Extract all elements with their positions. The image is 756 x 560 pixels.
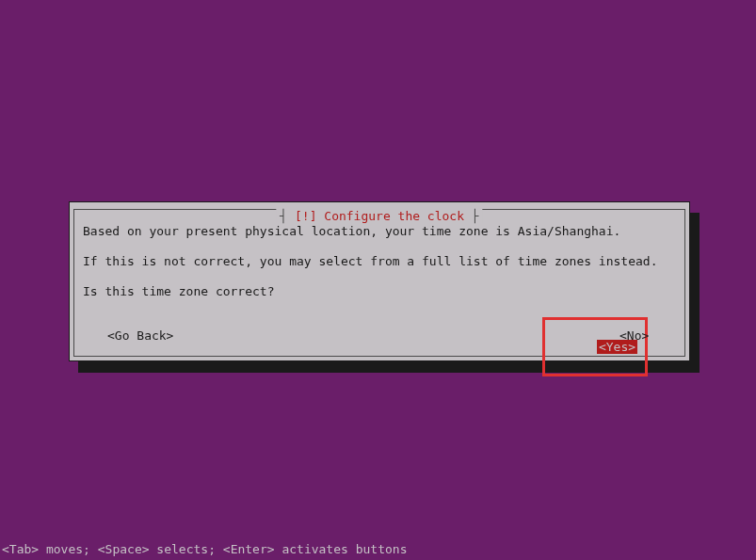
dialog-content: Based on your present physical location,… (83, 223, 676, 314)
go-back-button[interactable]: <Go Back> (107, 328, 173, 343)
content-line-2: If this is not correct, you may select f… (83, 253, 676, 270)
footer-hint: <Tab> moves; <Space> selects; <Enter> ac… (2, 542, 407, 556)
content-line-1: Based on your present physical location,… (83, 223, 676, 240)
dialog-title: ┤ [!] Configure the clock ├ (276, 209, 482, 223)
dialog-title-text: [!] Configure the clock (295, 209, 464, 223)
configure-clock-dialog: ┤ [!] Configure the clock ├ Based on you… (69, 201, 690, 361)
yes-button-highlight: <Yes> (542, 317, 648, 376)
no-button[interactable]: <No> (619, 328, 649, 343)
button-row: <Go Back> <Yes> <No> (83, 327, 676, 347)
content-line-3: Is this time zone correct? (83, 283, 676, 300)
